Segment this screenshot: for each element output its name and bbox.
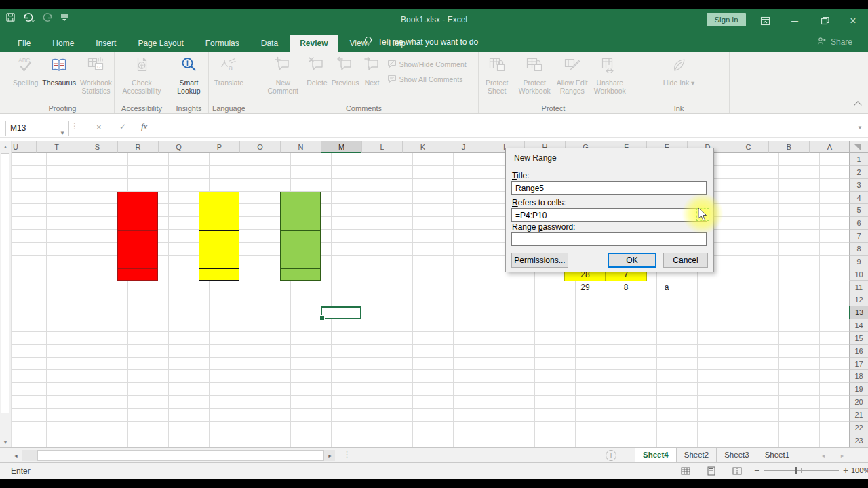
sheet-tab-sheet1[interactable]: Sheet1 [757, 448, 797, 463]
name-box[interactable]: M13▼ [5, 121, 69, 136]
active-cell-M13[interactable] [321, 306, 361, 319]
tab-nav-left-icon[interactable]: ◄ [818, 450, 829, 461]
column-header-P[interactable]: P [199, 141, 239, 153]
tab-nav-right-icon[interactable]: ► [837, 450, 848, 461]
column-header-B[interactable]: B [768, 141, 809, 153]
unshare-workbook-button[interactable]: Unshare Workbook [591, 54, 629, 97]
tell-me-box[interactable]: Tell me what you want to do [363, 32, 478, 52]
column-header-L[interactable]: L [361, 141, 402, 153]
scroll-up-icon[interactable]: ▲ [0, 141, 11, 152]
column-header-O[interactable]: O [239, 141, 280, 153]
row-header-16[interactable]: 16 [849, 345, 868, 358]
column-header-T[interactable]: T [36, 141, 77, 153]
name-box-dropdown-icon[interactable]: ▼ [60, 126, 65, 140]
dialog-input-title[interactable]: Range5 [511, 181, 707, 195]
zoom-slider-track[interactable] [764, 470, 839, 471]
row-header-9[interactable]: 9 [849, 256, 868, 268]
row-header-11[interactable]: 11 [849, 281, 868, 294]
check-accessibility-button[interactable]: Check Accessibility [120, 54, 163, 97]
select-all-corner[interactable] [849, 141, 868, 153]
dialog-input-refers-to-cells[interactable]: =P4:P10 [511, 208, 707, 222]
row-header-12[interactable]: 12 [849, 293, 868, 306]
column-header-S[interactable]: S [77, 141, 117, 153]
row-header-5[interactable]: 5 [849, 204, 868, 217]
previous-button[interactable]: Previous [330, 54, 361, 89]
show-all-comments-button[interactable]: Show All Comments [387, 74, 467, 85]
colored-block-P4-P10[interactable] [199, 192, 239, 281]
column-header-J[interactable]: J [443, 141, 484, 153]
formula-input[interactable] [157, 119, 854, 136]
sign-in-button[interactable]: Sign in [707, 13, 746, 26]
row-header-2[interactable]: 2 [849, 166, 868, 179]
zoom-level[interactable]: 100% [851, 466, 868, 474]
sheet-tab-sheet3[interactable]: Sheet3 [717, 448, 757, 463]
horizontal-scroll-thumb[interactable] [37, 450, 324, 461]
scroll-down-icon[interactable]: ▼ [0, 436, 11, 447]
new-sheet-button[interactable]: + [606, 450, 616, 461]
hide-ink-button[interactable]: Hide Ink ▾ [661, 54, 697, 89]
column-header-C[interactable]: C [728, 141, 768, 153]
row-header-8[interactable]: 8 [849, 243, 868, 256]
ok-button[interactable]: OK [608, 253, 656, 268]
normal-view-icon[interactable] [681, 466, 690, 479]
cancel-button[interactable]: Cancel [663, 253, 708, 268]
row-header-3[interactable]: 3 [849, 179, 868, 192]
vertical-scrollbar[interactable]: ▲ ▼ [0, 141, 12, 447]
row-header-7[interactable]: 7 [849, 230, 868, 243]
tab-data[interactable]: Data [252, 35, 288, 52]
row-header-15[interactable]: 15 [849, 332, 868, 345]
tab-insert[interactable]: Insert [86, 35, 125, 52]
cell-G11[interactable]: 29 [565, 281, 606, 294]
row-header-13[interactable]: 13 [849, 306, 868, 319]
row-header-21[interactable]: 21 [849, 409, 868, 422]
protect-workbook-button[interactable]: Protect Workbook [516, 54, 554, 97]
fill-handle[interactable] [319, 315, 325, 321]
tab-review[interactable]: Review [290, 35, 337, 52]
row-header-22[interactable]: 22 [849, 422, 868, 434]
next-button[interactable]: Next [361, 54, 383, 89]
column-header-N[interactable]: N [280, 141, 321, 153]
row-header-14[interactable]: 14 [849, 319, 868, 332]
column-header-Q[interactable]: Q [158, 141, 199, 153]
sheet-tab-sheet2[interactable]: Sheet2 [677, 448, 717, 463]
row-header-10[interactable]: 10 [849, 268, 868, 281]
expand-formula-bar-icon[interactable]: ▼ [857, 125, 863, 131]
vertical-scroll-thumb[interactable] [1, 153, 9, 413]
tab-home[interactable]: Home [43, 35, 83, 52]
dialog-input-range-password[interactable] [511, 232, 707, 246]
new-comment-button[interactable]: New Comment [261, 54, 304, 97]
page-break-preview-icon[interactable] [732, 466, 742, 479]
minimize-button[interactable]: ─ [780, 9, 810, 32]
row-header-23[interactable]: 23 [849, 434, 868, 447]
tab-formulas[interactable]: Formulas [196, 35, 249, 52]
page-layout-view-icon[interactable] [707, 466, 716, 479]
scrollbar-resize-handle[interactable]: ⋮ [343, 450, 351, 459]
close-button[interactable]: × [838, 9, 868, 32]
ribbon-display-options-icon[interactable] [750, 9, 780, 32]
protect-sheet-button[interactable]: Protect Sheet [478, 54, 516, 97]
column-header-M[interactable]: M [321, 141, 361, 153]
permissions-button[interactable]: Permissions... [511, 253, 568, 268]
column-header-K[interactable]: K [402, 141, 443, 153]
collapse-dialog-icon[interactable] [696, 208, 709, 221]
zoom-in-icon[interactable]: + [843, 465, 848, 476]
translate-button[interactable]: aTranslate [212, 54, 245, 89]
insert-function-icon[interactable]: fx [141, 121, 147, 132]
smart-lookup-button[interactable]: Smart Lookup [170, 54, 208, 97]
row-header-4[interactable]: 4 [849, 192, 868, 205]
tab-page-layout[interactable]: Page Layout [128, 35, 193, 52]
workbook-statistics-button[interactable]: 123Workbook Statistics [78, 54, 114, 97]
hscroll-right-icon[interactable]: ► [325, 450, 335, 461]
column-header-A[interactable]: A [809, 141, 850, 153]
show-hide-comment-button[interactable]: Show/Hide Comment [387, 59, 467, 70]
zoom-slider-handle[interactable] [795, 467, 797, 474]
thesaurus-button[interactable]: Thesaurus [40, 54, 78, 89]
row-header-20[interactable]: 20 [849, 396, 868, 409]
collapse-ribbon-icon[interactable] [853, 101, 863, 108]
cell-F11[interactable]: 8 [606, 281, 646, 294]
sheet-tab-sheet4[interactable]: Sheet4 [635, 448, 677, 463]
tab-file[interactable]: File [8, 35, 40, 52]
row-header-18[interactable]: 18 [849, 370, 868, 383]
allow-edit-ranges-button[interactable]: Allow Edit Ranges [553, 54, 591, 97]
row-header-6[interactable]: 6 [849, 217, 868, 230]
